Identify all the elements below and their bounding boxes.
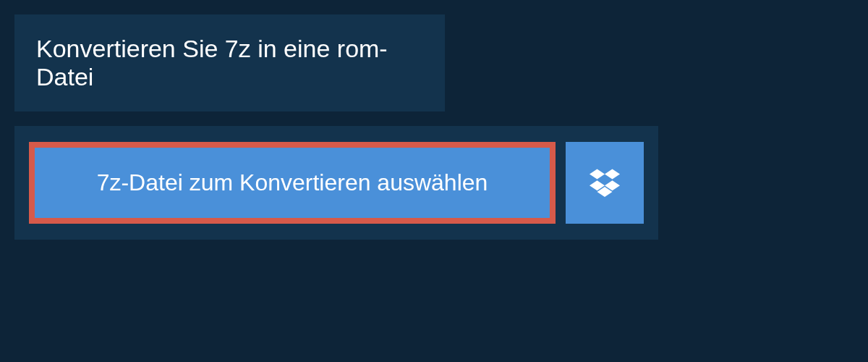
select-file-label: 7z-Datei zum Konvertieren auswählen — [97, 169, 488, 196]
dropbox-button[interactable] — [566, 142, 644, 224]
page-title: Konvertieren Sie 7z in eine rom-Datei — [36, 35, 423, 91]
header-bar: Konvertieren Sie 7z in eine rom-Datei — [14, 14, 445, 111]
select-file-button[interactable]: 7z-Datei zum Konvertieren auswählen — [29, 142, 556, 224]
upload-panel: 7z-Datei zum Konvertieren auswählen — [14, 126, 658, 240]
dropbox-icon — [590, 167, 620, 200]
